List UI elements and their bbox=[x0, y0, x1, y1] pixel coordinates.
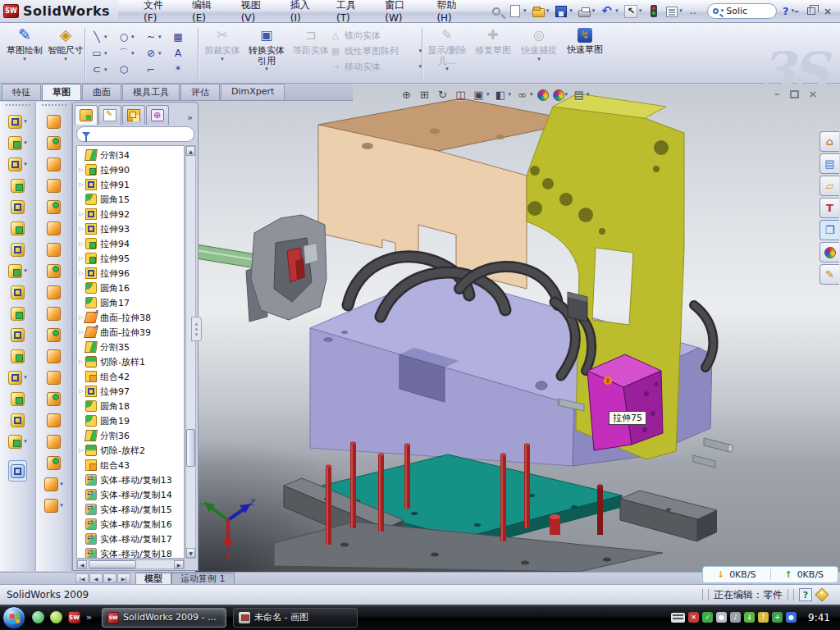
expand-arrow-icon[interactable]: ▷ bbox=[77, 167, 85, 173]
ribbon-tab-4[interactable]: 评估 bbox=[180, 84, 220, 100]
tree-item[interactable]: ▷拉伸93 bbox=[77, 221, 184, 236]
radiate-surface-button[interactable] bbox=[47, 260, 61, 281]
open-file-button[interactable]: ▾ bbox=[530, 4, 552, 18]
repair-sketch-button[interactable]: ✚修复草图 bbox=[472, 26, 514, 72]
dropdown-caret-icon[interactable]: ▾ bbox=[615, 8, 619, 14]
app-close-button[interactable]: × bbox=[824, 7, 832, 16]
messenger-quicklaunch-icon[interactable] bbox=[32, 611, 44, 623]
help-button[interactable]: ? bbox=[780, 5, 792, 17]
scroll-left-button[interactable]: ◀ bbox=[77, 560, 87, 568]
rotate-view-button[interactable]: ↻ bbox=[435, 88, 450, 102]
view-orientation-button[interactable]: ▣▾ bbox=[471, 88, 491, 102]
tree-item[interactable]: 实体-移动/复制16 bbox=[77, 517, 184, 532]
smart-dimension-button[interactable]: ◈ 智能尺寸 ▾ bbox=[46, 26, 85, 79]
circle-button[interactable]: ○▾ bbox=[116, 29, 143, 45]
tree-item[interactable]: 实体-移动/复制18 bbox=[77, 546, 184, 559]
toolbar-drag-handle[interactable] bbox=[6, 104, 30, 107]
configuration-manager-tab[interactable] bbox=[122, 105, 145, 125]
panel-splitter-handle[interactable] bbox=[191, 317, 202, 341]
dropdown-caret-icon[interactable]: ▾ bbox=[104, 51, 107, 57]
more-button[interactable] bbox=[686, 4, 704, 19]
tree-item[interactable]: ▷切除-放样2 bbox=[77, 443, 184, 458]
dropdown-caret-icon[interactable]: ▾ bbox=[158, 51, 162, 57]
spline-button[interactable]: ~▾ bbox=[143, 29, 170, 45]
combine-bodies-button[interactable] bbox=[11, 281, 25, 303]
search-box[interactable]: ▾ Solic bbox=[707, 3, 777, 19]
dropdown-caret-icon[interactable]: ▾ bbox=[546, 8, 550, 14]
menu-item[interactable]: 工具(T) bbox=[326, 0, 374, 22]
select-cursor-button[interactable]: ▾ bbox=[622, 4, 645, 19]
curve-button[interactable]: ▾ bbox=[8, 431, 27, 452]
scroll-right-button[interactable]: ▶ bbox=[174, 560, 184, 568]
section-view-button[interactable]: ◫ bbox=[453, 88, 468, 102]
dropdown-caret-icon[interactable]: ▾ bbox=[537, 57, 541, 62]
ribbon-tab-1[interactable]: 草图 bbox=[42, 84, 81, 100]
tree-item[interactable]: ▷拉伸91 bbox=[77, 177, 184, 192]
dropdown-caret-icon[interactable]: ▾ bbox=[509, 92, 512, 98]
menu-item[interactable]: 视图(V) bbox=[231, 0, 280, 22]
expand-arrow-icon[interactable]: ▷ bbox=[77, 358, 85, 365]
expand-arrow-icon[interactable]: ▷ bbox=[77, 270, 85, 276]
dropdown-caret-icon[interactable]: ▾ bbox=[24, 162, 27, 167]
menu-item[interactable]: 窗口(W) bbox=[374, 0, 426, 22]
menu-item[interactable]: 插入(I) bbox=[280, 0, 326, 22]
appearances-tab[interactable] bbox=[819, 242, 839, 262]
boundary-surface-button[interactable] bbox=[47, 175, 61, 196]
dropdown-caret-icon[interactable]: ▾ bbox=[131, 51, 135, 57]
toolbox-tab[interactable]: T bbox=[819, 198, 839, 218]
expand-arrow-icon[interactable]: ▷ bbox=[77, 447, 85, 454]
document-close-button[interactable]: × bbox=[809, 89, 818, 99]
dropdown-caret-icon[interactable]: ▾ bbox=[265, 66, 268, 72]
dropdown-caret-icon[interactable]: ▾ bbox=[23, 57, 26, 62]
sync-tray-icon[interactable]: ↓ bbox=[744, 612, 755, 623]
reference-point-button[interactable]: ▾ bbox=[8, 367, 27, 388]
dropdown-caret-icon[interactable]: ▾ bbox=[569, 8, 573, 14]
ellipse-button[interactable]: ⊘▾ bbox=[143, 45, 170, 62]
tree-item[interactable]: 实体-移动/复制13 bbox=[77, 472, 184, 487]
dropdown-caret-icon[interactable]: ▾ bbox=[104, 67, 107, 73]
point-surface-button[interactable]: ▾ bbox=[44, 473, 63, 495]
tree-item[interactable]: 圆角16 bbox=[77, 281, 184, 295]
dropdown-caret-icon[interactable]: ▾ bbox=[24, 119, 27, 125]
dropdown-caret-icon[interactable]: ▾ bbox=[60, 482, 63, 487]
search-input[interactable]: Solic bbox=[726, 6, 747, 16]
zoom-to-fit-button[interactable]: ⊕ bbox=[399, 88, 414, 102]
custom-properties-tab[interactable]: ✎ bbox=[819, 264, 839, 285]
taskbar-button[interactable]: SWSolidWorks 2009 - ... bbox=[102, 608, 226, 628]
dropdown-caret-icon[interactable]: ▾ bbox=[64, 57, 67, 62]
quicklaunch-overflow-icon[interactable]: » bbox=[86, 612, 92, 623]
launcher-quicklaunch-icon[interactable] bbox=[50, 611, 62, 623]
sketch-fillet-button[interactable]: ⌐ bbox=[143, 62, 170, 78]
solidworks-resources-tab[interactable]: ⌂ bbox=[819, 131, 839, 152]
new-file-button[interactable]: ▾ bbox=[506, 4, 529, 18]
tree-item[interactable]: 组合43 bbox=[77, 458, 184, 472]
sketch-text-button[interactable]: A bbox=[170, 45, 197, 62]
centerpoint-arc-button[interactable]: ⌒▾ bbox=[116, 45, 143, 62]
messenger-ball-tray-icon[interactable]: ● bbox=[786, 612, 797, 623]
thicken-button[interactable] bbox=[47, 303, 61, 324]
ribbon-tab-0[interactable]: 特征 bbox=[2, 84, 41, 100]
dropdown-caret-icon[interactable]: ▾ bbox=[158, 34, 162, 40]
file-explorer-tab[interactable]: ▱ bbox=[819, 176, 839, 196]
shield-tray-icon[interactable]: ✓ bbox=[702, 612, 713, 623]
hide-show-items-button[interactable]: ∞▾ bbox=[514, 88, 534, 102]
tree-item[interactable]: 圆角19 bbox=[77, 413, 184, 428]
rapid-sketch-button[interactable]: ↯快速草图 bbox=[564, 26, 605, 72]
planar-surface-button[interactable] bbox=[47, 217, 61, 239]
tree-item[interactable]: ▷拉伸90 bbox=[77, 162, 184, 177]
toolbar-drag-handle[interactable] bbox=[42, 104, 66, 107]
offset-entities-button[interactable]: ⊐等距实体 bbox=[290, 26, 331, 72]
tree-item[interactable]: ▷切除-放样1 bbox=[77, 354, 184, 369]
trim-entities-button[interactable]: ✂剪裁实体▾ bbox=[202, 26, 243, 72]
corner-rectangle-button[interactable]: ▭▾ bbox=[89, 45, 116, 62]
trim-surface-button[interactable] bbox=[47, 367, 61, 388]
taskbar-button[interactable]: 未命名 - 画图 bbox=[233, 608, 358, 628]
dropdown-caret-icon[interactable]: ▾ bbox=[24, 439, 27, 445]
dropdown-caret-icon[interactable]: ▾ bbox=[639, 8, 642, 14]
curve-surface-button[interactable]: ▾ bbox=[44, 495, 63, 516]
scheduler-tray-icon[interactable]: ● bbox=[716, 612, 727, 623]
solidworks-quicklaunch-icon[interactable]: SW bbox=[68, 611, 80, 623]
line-button[interactable]: ╲▾ bbox=[89, 29, 116, 45]
mirror-entities-button[interactable]: △镜向实体 bbox=[330, 30, 422, 42]
tree-item[interactable]: ▷拉伸94 bbox=[77, 236, 184, 251]
